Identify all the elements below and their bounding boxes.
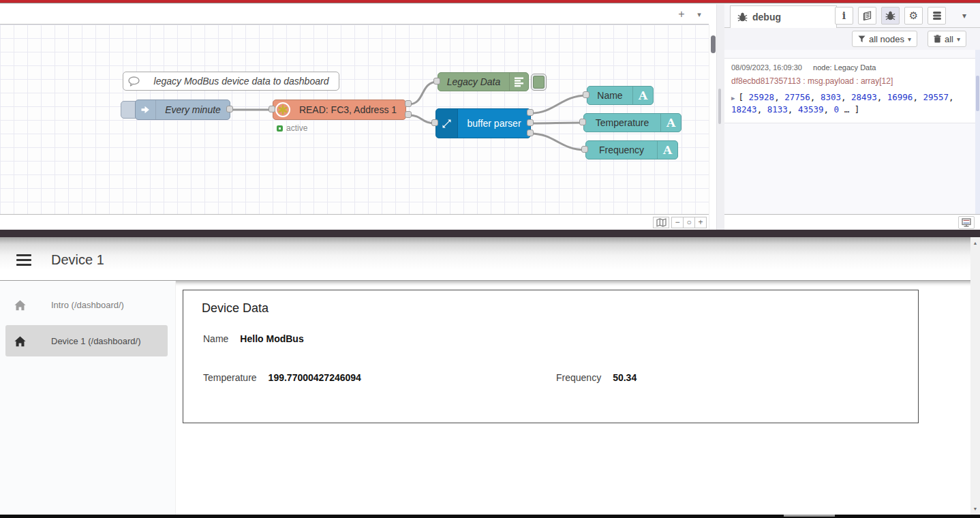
debug-node[interactable]: Legacy Data: [438, 72, 529, 91]
nav-item-label: Intro (/dashboard/): [51, 300, 124, 310]
dashboard-scrollbar[interactable]: ▲ ▼: [970, 237, 980, 515]
tab-debug[interactable]: debug: [730, 5, 837, 28]
sidebar-tab-header: debug i ⚙ ▾: [724, 4, 980, 28]
buffer-input-port[interactable]: [431, 119, 438, 126]
divider-thumb[interactable]: [718, 89, 721, 124]
window-separator: [0, 230, 980, 237]
expand-caret-icon[interactable]: ▶: [731, 95, 735, 102]
debug-message-meta[interactable]: df8ecbd817357113 : msg.payload : array[1…: [731, 76, 967, 86]
tab-config-button[interactable]: ⚙: [904, 7, 923, 25]
debug-levels-icon: [509, 73, 528, 91]
modbus-icon: [275, 102, 290, 117]
modbus-read-node[interactable]: READ: FC3, Address 1: [273, 100, 406, 120]
field-value: Hello ModBus: [240, 333, 303, 344]
zoom-in-button[interactable]: +: [694, 217, 707, 228]
debug-message-list[interactable]: 08/09/2023, 16:09:30 node: Legacy Data d…: [724, 50, 980, 214]
debug-message-payload[interactable]: ▶[ 25928, 27756, 8303, 28493, 16996, 295…: [731, 91, 968, 116]
text-widget-icon: A: [632, 87, 653, 104]
payload-numbers: 25928, 27756, 8303, 28493, 16996, 29557,…: [731, 92, 954, 115]
add-flow-button[interactable]: +: [673, 7, 690, 22]
field-frequency: Frequency 50.34: [556, 372, 637, 383]
funnel-icon: [858, 35, 866, 43]
ui-text-node-temperature[interactable]: Temperature A: [583, 113, 682, 132]
scroll-down-arrow[interactable]: ▼: [970, 504, 980, 514]
inject-output-port[interactable]: [226, 106, 233, 112]
dashboard-window: Device 1 Intro (/dashboard/) Device 1 (/…: [0, 237, 980, 515]
window-bottom-edge: [0, 515, 980, 518]
flow-canvas[interactable]: legacy ModBus device data to dashboard E…: [0, 25, 709, 214]
hamburger-menu-icon[interactable]: [16, 254, 31, 269]
field-label: Name: [203, 333, 228, 344]
nav-item-device-1[interactable]: Device 1 (/dashboard/): [5, 325, 168, 356]
ui-name-label: Name: [587, 90, 632, 101]
zoom-out-button[interactable]: −: [671, 217, 684, 228]
buffer-parser-label: buffer parser: [458, 118, 530, 129]
nav-item-intro[interactable]: Intro (/dashboard/): [5, 289, 168, 320]
navigator-map-button[interactable]: [653, 217, 669, 228]
buffer-output-port-3[interactable]: [527, 130, 534, 136]
ui-frequency-input-port[interactable]: [581, 146, 588, 153]
debug-sidebar: debug i ⚙ ▾ all nodes ▾: [724, 4, 980, 230]
debug-filter-label: all nodes: [869, 34, 904, 44]
sidebar-divider[interactable]: [716, 4, 724, 230]
debug-clear-button[interactable]: all ▾: [928, 31, 966, 47]
buffer-output-port-2[interactable]: [527, 119, 534, 126]
field-value: 50.34: [613, 372, 637, 383]
ui-temperature-label: Temperature: [584, 117, 660, 128]
home-icon: [14, 335, 27, 347]
comment-icon: [123, 72, 144, 90]
debug-message-node[interactable]: node: Legacy Data: [813, 63, 876, 72]
tab-help-button[interactable]: [858, 7, 876, 25]
modbus-node-status: active: [277, 123, 307, 133]
debug-toggle-state: [533, 76, 545, 89]
info-icon: i: [842, 10, 846, 21]
field-name: Name Hello ModBus: [203, 333, 304, 344]
debug-scrollbar[interactable]: [975, 50, 980, 214]
inject-node-label: Every minute: [156, 104, 230, 115]
buffer-parser-node[interactable]: buffer parser: [435, 108, 531, 138]
card-title: Device Data: [202, 301, 269, 316]
inject-arrow-icon: [136, 100, 156, 119]
debug-message[interactable]: 08/09/2023, 16:09:30 node: Legacy Data d…: [724, 58, 975, 123]
text-widget-icon: A: [657, 141, 677, 159]
canvas-vertical-scrollbar[interactable]: [709, 25, 716, 230]
modbus-input-port[interactable]: [269, 106, 275, 112]
ui-text-node-frequency[interactable]: Frequency A: [585, 140, 678, 159]
debug-enable-toggle[interactable]: [531, 74, 547, 91]
modbus-output-port-1[interactable]: [405, 100, 412, 107]
zoom-reset-button[interactable]: ○: [683, 217, 695, 228]
tab-context-button[interactable]: [928, 7, 946, 25]
flow-menu-caret[interactable]: ▾: [691, 7, 707, 22]
trash-icon: [934, 35, 941, 43]
device-data-card: Device Data Name Hello ModBus Temperatur…: [183, 290, 919, 423]
bug-icon: [885, 11, 895, 20]
field-label: Frequency: [556, 372, 601, 383]
ui-temperature-input-port[interactable]: [579, 119, 586, 125]
ui-name-input-port[interactable]: [583, 91, 589, 98]
field-temperature: Temperature 199.77000427246094: [203, 372, 361, 383]
debug-clear-label: all: [945, 34, 953, 44]
field-label: Temperature: [203, 372, 257, 383]
tab-debug-button[interactable]: [881, 7, 900, 25]
comment-node[interactable]: legacy ModBus device data to dashboard: [123, 72, 339, 91]
buffer-output-port-1[interactable]: [527, 109, 534, 116]
modbus-output-port-2[interactable]: [405, 111, 412, 118]
sidebar-menu-caret[interactable]: ▾: [958, 7, 970, 25]
sidebar-footer: [724, 214, 980, 230]
debug-filter-button[interactable]: all nodes ▾: [852, 31, 917, 47]
debug-input-port[interactable]: [433, 78, 440, 85]
taskbar-fragment: [784, 515, 835, 517]
dashboard-toolbar: Device 1: [0, 237, 980, 281]
open-debug-window-button[interactable]: [958, 216, 975, 229]
inject-node[interactable]: Every minute: [135, 100, 230, 120]
modbus-node-label: READ: FC3, Address 1: [290, 104, 405, 115]
scrollbar-thumb[interactable]: [976, 76, 979, 111]
ui-text-node-name[interactable]: Name A: [587, 86, 654, 105]
debug-message-timestamp: 08/09/2023, 16:09:30: [731, 63, 802, 72]
scroll-up-arrow[interactable]: ▲: [970, 238, 980, 248]
book-icon: [862, 11, 872, 20]
tab-info-button[interactable]: i: [835, 7, 853, 25]
modbus-status-text: active: [286, 123, 307, 133]
scrollbar-thumb[interactable]: [711, 35, 716, 53]
payload-open-bracket: [: [738, 92, 744, 102]
